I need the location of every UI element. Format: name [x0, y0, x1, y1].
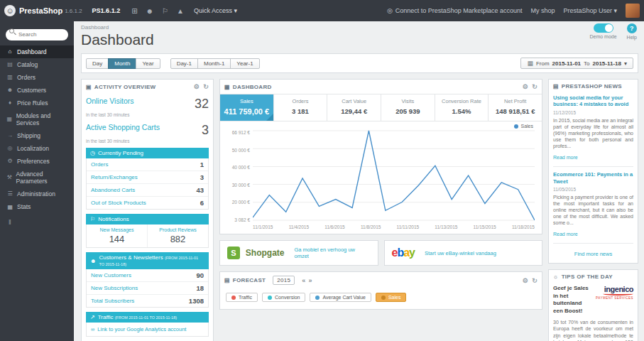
product-reviews-stat[interactable]: Product Reviews 882 — [148, 224, 208, 247]
filter-year-1-button[interactable]: Year-1 — [230, 58, 259, 69]
out-of-stock-link[interactable]: Out of Stock Products — [91, 200, 146, 206]
gear-icon[interactable]: ⚙ — [194, 83, 200, 90]
sidebar-item-catalog[interactable]: ▤ Catalog — [0, 58, 74, 71]
prestashop-logo-text: PrestaShop — [19, 6, 62, 15]
filter-day-1-button[interactable]: Day-1 — [170, 58, 198, 69]
forecast-prev-button[interactable]: « — [302, 277, 305, 284]
forecast-toggle-conversion[interactable]: Conversion — [262, 293, 305, 302]
pending-returns-link[interactable]: Return/Exchanges — [91, 174, 138, 180]
kpi-sales[interactable]: Sales 411 759,00 € — [220, 94, 274, 121]
kpi-orders[interactable]: Orders 3 181 — [274, 94, 328, 121]
sidebar-item-label: Price Rules — [17, 99, 48, 107]
sidebar-item-label: Modules and Services — [16, 112, 67, 126]
kpi-cart-value[interactable]: Cart Value 129,44 € — [327, 94, 381, 121]
sidebar-item-price-rules[interactable]: ♦ Price Rules — [0, 97, 74, 109]
demo-mode-toggle[interactable] — [594, 23, 613, 33]
total-subscribers-value: 1308 — [189, 297, 204, 305]
chart-legend[interactable]: Sales — [514, 124, 533, 129]
ingenico-brand-text: ingenico — [593, 285, 633, 293]
forecast-toggle-traffic[interactable]: Traffic — [226, 293, 258, 302]
shopgate-ad[interactable]: S Shopgate Ga mobiel en verhoog uw omzet — [219, 240, 378, 266]
page-title: Dashboard — [81, 31, 638, 48]
refresh-icon[interactable]: ↻ — [203, 83, 209, 90]
marketplace-link[interactable]: ◎ Connect to PrestaShop Marketplace acco… — [387, 7, 522, 14]
forecast-toggle-sales[interactable]: Sales — [376, 293, 407, 302]
chart-icon: ▅ — [6, 203, 13, 210]
new-messages-stat[interactable]: New Messages 144 — [87, 224, 148, 247]
news-article-date: 11/05/2015 — [553, 187, 633, 192]
user-avatar[interactable] — [626, 4, 640, 18]
filter-day-button[interactable]: Day — [86, 58, 109, 69]
rocket-icon[interactable]: ▲ — [177, 7, 184, 15]
find-more-news-link[interactable]: Find more news — [553, 248, 633, 259]
news-article-headline[interactable]: Ecommerce 101: Payments in a Tweet — [553, 171, 633, 185]
sidebar-item-stats[interactable]: ▅ Stats — [0, 200, 74, 213]
sidebar-item-localization[interactable]: ◎ Localization — [0, 142, 74, 155]
pending-orders-value: 1 — [200, 161, 204, 168]
refresh-icon[interactable]: ↻ — [532, 277, 537, 284]
sidebar-collapse-button[interactable]: ‖ — [0, 213, 74, 232]
kpi-net-profit[interactable]: Net Profit 148 918,51 € — [489, 94, 542, 121]
conversion-dot — [268, 296, 272, 300]
kpi-visits[interactable]: Visits 205 939 — [381, 94, 435, 121]
news-panel-title: PrestaShop News — [562, 83, 622, 90]
my-shop-link[interactable]: My shop — [530, 7, 555, 14]
new-subscriptions-link[interactable]: New Subscriptions — [91, 285, 138, 291]
sidebar-item-preferences[interactable]: ⚙ Preferences — [0, 155, 74, 168]
forecast-panel-title: Forecast — [233, 277, 266, 283]
sidebar-item-administration[interactable]: ☰ Administration — [0, 188, 74, 200]
ebay-ad[interactable]: ebay Start uw eBay-winkel vandaag — [384, 240, 543, 266]
quick-access-dropdown[interactable]: Quick Access ▾ — [194, 7, 237, 14]
online-visitors-link[interactable]: Online Visitors — [86, 97, 134, 105]
kpi-label: Cart Value — [329, 98, 379, 104]
traffic-subtitle: (FROM 2015-11-01 TO 2015-11-18) — [115, 315, 177, 320]
customers-newsletters-title: Customers & Newsletters — [99, 254, 163, 261]
messages-icon[interactable]: ⚐ — [162, 7, 168, 15]
sidebar-item-customers[interactable]: ☻ Customers — [0, 84, 74, 97]
google-analytics-link[interactable]: ∞ Link to your Google Analytics account — [86, 323, 209, 337]
customers-icon[interactable]: ☻ — [146, 7, 154, 15]
abandoned-carts-link[interactable]: Abandoned Carts — [91, 187, 135, 193]
date-filter-bar: Day Month Year Day-1 Month-1 Year-1 ▦ Fr… — [81, 53, 638, 73]
filter-month-1-button[interactable]: Month-1 — [197, 58, 231, 69]
marketplace-icon: ◎ — [387, 7, 393, 14]
filter-year-button[interactable]: Year — [136, 58, 160, 69]
sidebar-item-shipping[interactable]: → Shipping — [0, 129, 74, 142]
tips-panel-icon: ☼ — [553, 274, 559, 280]
forecast-year-select[interactable]: 2015 — [273, 276, 295, 285]
gear-icon[interactable]: ⚙ — [523, 83, 528, 90]
help-button[interactable]: ? — [627, 23, 637, 33]
read-more-link[interactable]: Read more — [553, 232, 578, 237]
book-icon: ▤ — [6, 61, 13, 67]
shopgate-ad-link[interactable]: Ga mobiel en verhoog uw omzet — [295, 247, 371, 259]
shop-name[interactable]: PS1.6.1.2 — [92, 7, 121, 14]
news-article-headline[interactable]: Using social media for your business: 4 … — [553, 94, 633, 108]
news-article-excerpt: Picking a payment provider is one of the… — [553, 194, 633, 226]
sidebar-item-dashboard[interactable]: ⌂ Dashboard — [0, 45, 74, 58]
sales-chart: Sales 66 912 € 50 000 € 40 000 € 30 000 … — [220, 121, 542, 234]
forecast-next-button[interactable]: » — [309, 277, 312, 284]
forecast-toggle-average-cart-value[interactable]: Average Cart Value — [310, 293, 371, 302]
read-more-link[interactable]: Read more — [553, 155, 578, 160]
activity-panel-title: Activity overview — [94, 84, 156, 90]
cart-icon[interactable]: ⊞ — [131, 7, 137, 15]
ebay-ad-link[interactable]: Start uw eBay-winkel vandaag — [425, 250, 496, 256]
sidebar-item-modules[interactable]: ▦ Modules and Services — [0, 109, 74, 129]
active-carts-link[interactable]: Active Shopping Carts — [86, 123, 160, 131]
filter-month-button[interactable]: Month — [108, 58, 136, 69]
sidebar-item-orders[interactable]: ▥ Orders — [0, 71, 74, 84]
prestashop-logo-icon: ☺ — [4, 5, 16, 16]
traffic-icon: ↗ — [90, 314, 95, 320]
x-tick: 11/13/2015 — [435, 224, 457, 229]
refresh-icon[interactable]: ↻ — [532, 83, 537, 90]
sidebar-item-label: Localization — [17, 145, 49, 152]
pending-orders-link[interactable]: Orders — [91, 161, 108, 168]
user-dropdown[interactable]: PrestaShop User ▾ — [563, 7, 617, 14]
kpi-conversion-rate[interactable]: Conversion Rate 1.54% — [435, 94, 489, 121]
total-subscribers-link[interactable]: Total Subscribers — [91, 298, 134, 304]
new-customers-link[interactable]: New Customers — [91, 272, 131, 278]
sidebar-item-advanced-parameters[interactable]: ⚒ Advanced Parameters — [0, 168, 74, 188]
date-range-picker[interactable]: ▦ From 2015-11-01 To 2015-11-18 ▾ — [520, 58, 633, 69]
gear-icon[interactable]: ⚙ — [523, 277, 528, 284]
kpi-label: Sales — [222, 98, 272, 104]
